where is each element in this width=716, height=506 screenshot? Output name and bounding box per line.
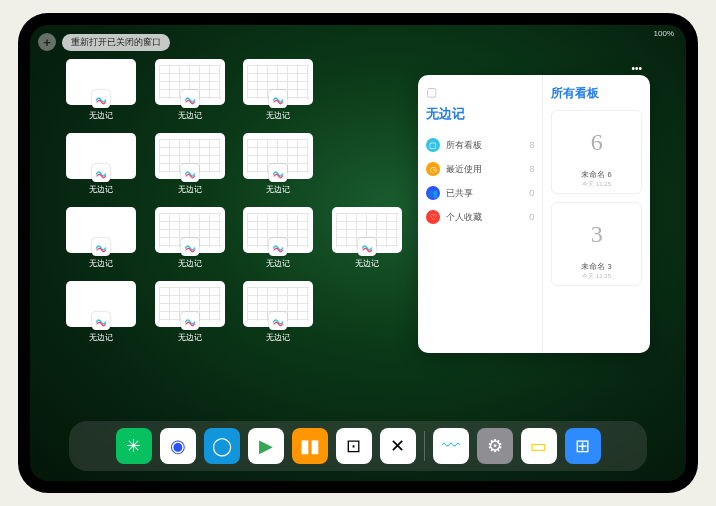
sidebar-item[interactable]: 👥已共享0 (426, 181, 534, 205)
panel-main: 所有看板 6未命名 6今天 11:253未命名 3今天 11:25 (543, 75, 650, 353)
freeform-icon (181, 90, 199, 108)
window-label: 无边记 (89, 184, 113, 195)
window-label: 无边记 (89, 110, 113, 121)
window-thumbnail[interactable]: 无边记 (241, 59, 316, 121)
board-name: 未命名 3今天 11:25 (556, 262, 637, 281)
window-thumbnail[interactable]: 无边记 (241, 281, 316, 343)
sidebar-item-icon: ▢ (426, 138, 440, 152)
dock-app-books[interactable]: ▮▮ (292, 428, 328, 464)
window-thumbnail[interactable]: 无边记 (64, 59, 139, 121)
dock-app-freeform[interactable]: 〰 (433, 428, 469, 464)
freeform-app-window[interactable]: ••• ▢ 无边记 ▢所有看板8◷最近使用8👥已共享0♡个人收藏0 所有看板 6… (418, 75, 650, 353)
window-label: 无边记 (178, 184, 202, 195)
dock-app-connect[interactable]: ✕ (380, 428, 416, 464)
window-thumbnail[interactable]: 无边记 (153, 281, 228, 343)
dock-app-qqbrowser[interactable]: ◯ (204, 428, 240, 464)
freeform-icon (358, 238, 376, 256)
reopen-closed-window-pill[interactable]: 重新打开已关闭的窗口 (62, 34, 170, 51)
window-label: 无边记 (178, 110, 202, 121)
window-label: 无边记 (266, 184, 290, 195)
window-menu-icon[interactable]: ••• (631, 63, 642, 74)
panel-sidebar: ▢ 无边记 ▢所有看板8◷最近使用8👥已共享0♡个人收藏0 (418, 75, 543, 353)
board-card[interactable]: 3未命名 3今天 11:25 (551, 202, 642, 286)
add-window-button[interactable]: + (38, 33, 56, 51)
dock-app-play[interactable]: ▶ (248, 428, 284, 464)
dock-divider (424, 431, 425, 461)
freeform-icon (92, 312, 110, 330)
sidebar-item-count: 0 (529, 212, 534, 222)
sidebar-item-label: 个人收藏 (446, 211, 482, 224)
dock-app-notes[interactable]: ▭ (521, 428, 557, 464)
dock: ✳◉◯▶▮▮⊡✕〰⚙▭⊞ (69, 421, 646, 471)
screen: 100% + 重新打开已关闭的窗口 无边记无边记无边记无边记无边记无边记无边记无… (30, 25, 686, 481)
window-thumbnail[interactable]: 无边记 (64, 207, 139, 269)
window-thumbnail[interactable]: 无边记 (241, 207, 316, 269)
board-card[interactable]: 6未命名 6今天 11:25 (551, 110, 642, 194)
sidebar-item[interactable]: ♡个人收藏0 (426, 205, 534, 229)
panel-title: 无边记 (426, 105, 534, 123)
freeform-icon (92, 164, 110, 182)
window-thumbnail[interactable]: 无边记 (241, 133, 316, 195)
sidebar-item-icon: ♡ (426, 210, 440, 224)
sidebar-item-label: 最近使用 (446, 163, 482, 176)
freeform-icon (92, 90, 110, 108)
sidebar-item-label: 已共享 (446, 187, 473, 200)
window-thumbnail[interactable]: 无边记 (64, 133, 139, 195)
window-grid: 无边记无边记无边记无边记无边记无边记无边记无边记无边记无边记无边记无边记无边记 (64, 59, 404, 343)
sidebar-icon: ▢ (426, 85, 534, 99)
sidebar-item-label: 所有看板 (446, 139, 482, 152)
sidebar-item-icon: 👥 (426, 186, 440, 200)
window-label: 无边记 (89, 332, 113, 343)
ipad-frame: 100% + 重新打开已关闭的窗口 无边记无边记无边记无边记无边记无边记无边记无… (18, 13, 698, 493)
window-thumbnail[interactable]: 无边记 (153, 207, 228, 269)
dock-app-quark[interactable]: ◉ (160, 428, 196, 464)
window-label: 无边记 (355, 258, 379, 269)
window-thumbnail[interactable]: 无边记 (153, 133, 228, 195)
window-label: 无边记 (89, 258, 113, 269)
sidebar-item-icon: ◷ (426, 162, 440, 176)
freeform-icon (92, 238, 110, 256)
board-time: 今天 11:25 (556, 272, 637, 281)
window-thumbnail[interactable]: 无边记 (64, 281, 139, 343)
freeform-icon (181, 238, 199, 256)
freeform-icon (269, 164, 287, 182)
topbar: + 重新打开已关闭的窗口 (38, 33, 170, 51)
window-label: 无边记 (266, 258, 290, 269)
sidebar-item[interactable]: ▢所有看板8 (426, 133, 534, 157)
panel-right-title: 所有看板 (551, 85, 642, 102)
freeform-icon (269, 90, 287, 108)
window-thumbnail[interactable]: 无边记 (153, 59, 228, 121)
freeform-icon (269, 312, 287, 330)
sidebar-item-count: 0 (529, 188, 534, 198)
window-label: 无边记 (178, 332, 202, 343)
window-label: 无边记 (266, 110, 290, 121)
board-time: 今天 11:25 (556, 180, 637, 189)
freeform-icon (181, 312, 199, 330)
sidebar-item-count: 8 (529, 140, 534, 150)
dock-app-dice[interactable]: ⊡ (336, 428, 372, 464)
window-thumbnail[interactable]: 无边记 (330, 207, 405, 269)
freeform-icon (181, 164, 199, 182)
window-label: 无边记 (266, 332, 290, 343)
sidebar-item[interactable]: ◷最近使用8 (426, 157, 534, 181)
status-bar: 100% (654, 29, 674, 38)
window-label: 无边记 (178, 258, 202, 269)
dock-app-wechat[interactable]: ✳ (116, 428, 152, 464)
sidebar-item-count: 8 (529, 164, 534, 174)
dock-app-apps[interactable]: ⊞ (565, 428, 601, 464)
board-preview: 3 (556, 207, 637, 262)
board-name: 未命名 6今天 11:25 (556, 170, 637, 189)
board-preview: 6 (556, 115, 637, 170)
freeform-icon (269, 238, 287, 256)
dock-app-settings[interactable]: ⚙ (477, 428, 513, 464)
